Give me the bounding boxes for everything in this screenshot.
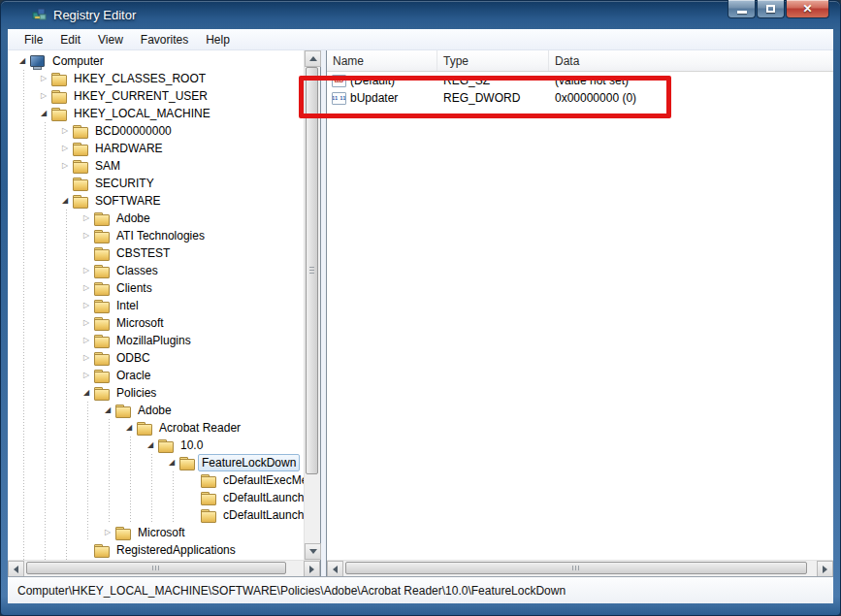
tree-vertical-scrollbar[interactable]	[304, 50, 320, 560]
close-button[interactable]: ✕	[786, 0, 829, 18]
tree-item[interactable]: ◢HKEY_LOCAL_MACHINE	[16, 105, 304, 122]
title-bar[interactable]: Registry Editor ✕	[0, 0, 841, 29]
tree-item[interactable]: RegisteredApplications	[16, 541, 304, 559]
tree-item-label: Adobe	[113, 210, 154, 227]
tree-guide-line	[122, 454, 144, 471]
menu-edit[interactable]: Edit	[51, 30, 89, 49]
collapsed-expander-icon[interactable]: ▷	[80, 262, 93, 279]
column-header-data[interactable]: Data	[549, 50, 833, 71]
tree-item[interactable]: ◢FeatureLockDown	[16, 454, 304, 471]
menu-favorites[interactable]: Favorites	[132, 30, 197, 49]
collapsed-expander-icon[interactable]: ▷	[80, 210, 93, 227]
tree-item[interactable]: cDefaultExecMenuIt	[16, 471, 304, 489]
expanded-expander-icon[interactable]: ◢	[16, 52, 29, 70]
tree-vscroll-track[interactable]	[305, 67, 320, 543]
tree-item[interactable]: CBSTEST	[16, 244, 304, 262]
tree-item[interactable]: ▷Clients	[16, 279, 304, 297]
expanded-expander-icon[interactable]: ◢	[80, 384, 93, 402]
menu-bar: File Edit View Favorites Help	[8, 29, 833, 50]
collapsed-expander-icon[interactable]: ▷	[80, 349, 93, 367]
collapsed-expander-icon[interactable]: ▷	[80, 227, 93, 244]
scroll-right-button[interactable]	[817, 561, 833, 577]
tree-item-label: Classes	[113, 262, 162, 279]
tree-item[interactable]: ▷Microsoft	[16, 314, 304, 332]
folder-icon	[93, 228, 109, 243]
tree-guide-line	[37, 297, 58, 314]
tree-item[interactable]: ▷HKEY_CURRENT_USER	[16, 87, 304, 105]
tree-item[interactable]: ▷BCD00000000	[16, 122, 304, 140]
tree-item[interactable]: ◢SOFTWARE	[16, 192, 304, 210]
tree-item[interactable]: ▷Microsoft	[16, 524, 304, 541]
collapsed-expander-icon[interactable]: ▷	[80, 314, 93, 332]
tree-item[interactable]: ▷Classes	[16, 262, 304, 279]
column-header-type[interactable]: Type	[437, 50, 549, 71]
collapsed-expander-icon[interactable]: ▷	[58, 140, 72, 157]
expanded-expander-icon[interactable]: ◢	[165, 454, 178, 471]
scroll-up-button[interactable]	[305, 50, 321, 67]
expanded-expander-icon[interactable]: ◢	[122, 419, 136, 437]
scroll-left-button[interactable]	[8, 561, 24, 577]
collapsed-expander-icon[interactable]: ▷	[80, 332, 93, 349]
tree-guide-line	[58, 454, 80, 471]
list-hscroll-track[interactable]	[343, 561, 817, 576]
collapsed-expander-icon[interactable]: ▷	[80, 367, 93, 384]
tree-item[interactable]: ▷MozillaPlugins	[16, 332, 304, 349]
tree-hscroll-thumb[interactable]	[26, 562, 286, 574]
collapsed-expander-icon[interactable]: ▷	[37, 87, 50, 105]
tree-item-label: MozillaPlugins	[113, 332, 195, 349]
tree-item[interactable]: ◢Computer	[16, 52, 304, 70]
expanded-expander-icon[interactable]: ◢	[144, 437, 157, 454]
scroll-left-button[interactable]	[327, 561, 343, 577]
tree-item[interactable]: ▷HARDWARE	[16, 140, 304, 157]
regedit-app-icon	[32, 6, 48, 21]
tree-hscroll-track[interactable]	[24, 561, 304, 576]
tree-item[interactable]: ▷ATI Technologies	[16, 227, 304, 244]
expanded-expander-icon[interactable]: ◢	[101, 402, 114, 419]
tree-guide-line	[16, 192, 37, 210]
column-header-name[interactable]: Name	[327, 50, 437, 71]
collapsed-expander-icon[interactable]: ▷	[80, 297, 93, 314]
tree-vscroll-thumb[interactable]	[306, 67, 318, 474]
tree-item[interactable]: ▷Intel	[16, 297, 304, 314]
maximize-button[interactable]	[757, 0, 785, 18]
tree-item-label: HKEY_CURRENT_USER	[70, 87, 211, 105]
tree-guide-line	[80, 402, 101, 419]
expanded-expander-icon[interactable]: ◢	[58, 192, 72, 210]
arrow-right-icon	[309, 566, 314, 573]
tree-item[interactable]: ◢Adobe	[16, 402, 304, 419]
tree-item-label: HKEY_CLASSES_ROOT	[70, 70, 210, 87]
list-hscroll-thumb[interactable]	[345, 562, 807, 574]
tree-item[interactable]: ◢Policies	[16, 384, 304, 402]
tree-item[interactable]: ◢10.0	[16, 437, 304, 454]
tree-item[interactable]: ▷Adobe	[16, 210, 304, 227]
scroll-right-button[interactable]	[304, 561, 320, 577]
collapsed-expander-icon[interactable]: ▷	[58, 122, 72, 140]
scroll-down-button[interactable]	[305, 543, 321, 560]
menu-help[interactable]: Help	[197, 30, 239, 49]
tree-item[interactable]: ◢Acrobat Reader	[16, 419, 304, 437]
tree-item-label: BCD00000000	[91, 122, 176, 140]
tree-item[interactable]: ▷Oracle	[16, 367, 304, 384]
menu-view[interactable]: View	[89, 30, 132, 49]
tree-guide-line	[58, 262, 80, 279]
menu-file[interactable]: File	[16, 30, 51, 49]
tree-item[interactable]: ▷SAM	[16, 157, 304, 175]
list-horizontal-scrollbar[interactable]	[327, 560, 833, 576]
tree-guide-line	[58, 314, 80, 332]
collapsed-expander-icon[interactable]: ▷	[37, 70, 50, 87]
tree-item[interactable]: ▷HKEY_CLASSES_ROOT	[16, 70, 304, 87]
collapsed-expander-icon[interactable]: ▷	[58, 157, 72, 175]
tree-item[interactable]: SECURITY	[16, 175, 304, 192]
collapsed-expander-icon[interactable]: ▷	[80, 279, 93, 297]
minimize-button[interactable]	[728, 0, 756, 18]
expanded-expander-icon[interactable]: ◢	[37, 105, 50, 122]
tree-item[interactable]: ▷ODBC	[16, 349, 304, 367]
tree-item[interactable]: cDefaultLaunchAtta	[16, 489, 304, 506]
tree-guide-line	[16, 314, 37, 332]
tree-item-label: Acrobat Reader	[155, 419, 244, 437]
tree-item-label: Clients	[113, 279, 156, 297]
tree-item[interactable]: cDefaultLaunchURL	[16, 506, 304, 524]
tree-horizontal-scrollbar[interactable]	[8, 560, 320, 576]
tree-item-label: SECURITY	[91, 175, 158, 192]
collapsed-expander-icon[interactable]: ▷	[101, 524, 114, 541]
